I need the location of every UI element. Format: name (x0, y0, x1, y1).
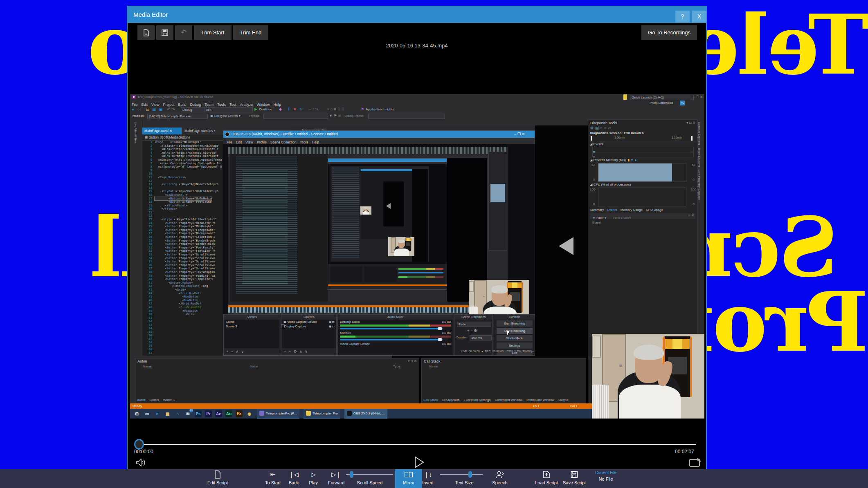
text-size-slider[interactable] (440, 474, 483, 475)
autos-tab[interactable]: Watch 1 (163, 398, 175, 402)
debug-config-dropdown[interactable]: Debug (181, 107, 205, 112)
app-insights-label[interactable]: Application Insights (366, 107, 394, 111)
diagnostics-tab[interactable]: Events (607, 208, 617, 212)
taskbar-app-icon[interactable]: ✉12 (184, 410, 191, 417)
taskbar-task-button[interactable]: OBS 25.0.8 (64-bit, ... (344, 409, 387, 419)
play-button[interactable] (414, 456, 425, 468)
live-property-explorer-tab[interactable]: Live Property Explorer (697, 170, 701, 200)
autos-tab[interactable]: Autos (137, 398, 145, 402)
taskbar-app-icon[interactable]: ⌂ (174, 410, 181, 417)
live-visual-tree-tab[interactable]: Live Visual Tree (134, 122, 137, 143)
scenes-header[interactable]: Scenes (224, 315, 280, 320)
stop-icon[interactable]: ■ (294, 107, 296, 111)
volume-slider-mic[interactable] (340, 339, 443, 340)
edit-script-button[interactable]: Edit Script (201, 469, 234, 488)
open-file-icon[interactable]: ▤ (146, 107, 149, 112)
vs-user-name[interactable]: Philip Littlewood (650, 101, 673, 105)
filter-events-input[interactable]: Filter Events (613, 216, 631, 220)
quick-launch-input[interactable]: Quick Launch (Ctrl+Q) (630, 95, 694, 100)
save-icon[interactable]: ▦ (152, 107, 156, 112)
new-file-button[interactable] (137, 25, 155, 40)
vs-process-toolbar[interactable]: Process: [14612] TeleprompterPro.exe ▣ L… (132, 113, 704, 119)
trim-start-button[interactable]: Trim Start (194, 25, 232, 40)
autos-tab[interactable]: Locals (149, 398, 159, 402)
diagnostics-timeline-ruler[interactable]: 1:00min 1:10min (590, 136, 695, 141)
taskbar-app-icon[interactable]: ◉ (246, 410, 253, 417)
thread-dropdown[interactable] (263, 114, 328, 119)
vs-window-controls[interactable]: ─ ❐ ✕ (693, 95, 703, 99)
title-bar[interactable]: Media Editor ? X (128, 7, 706, 23)
taskbar-app-icon[interactable]: e (154, 410, 161, 417)
taskbar-app-icon[interactable]: ▩ (164, 410, 171, 417)
volume-slider-desktop[interactable] (340, 328, 443, 329)
controls-header[interactable]: Controls (494, 315, 535, 320)
scene-item[interactable]: Scene (224, 320, 279, 324)
nav-back-icon[interactable]: ● (132, 107, 134, 112)
editor-icons[interactable]: ⌗ ⌂ ▮ ▯ ▯ (327, 107, 344, 112)
save-all-icon[interactable]: ▣ (159, 107, 162, 112)
call-stack-tab[interactable]: Exception Settings (463, 398, 490, 402)
taskbar-app-icon[interactable]: ⊞ (133, 410, 140, 417)
call-stack-col-name[interactable]: Name (429, 365, 438, 368)
text-size-control[interactable]: Text Size (446, 469, 483, 488)
obs-preview-canvas[interactable] (223, 144, 535, 314)
app-insights-icon[interactable]: ⚑ (361, 107, 364, 111)
taskbar-app-icon[interactable]: Ae (215, 410, 222, 417)
taskbar-task-button[interactable]: Teleprompter Pro (304, 409, 340, 419)
diagnostics-toolbar-icons[interactable]: ⚙▤○○▱ (590, 126, 612, 130)
volume-button[interactable] (136, 458, 146, 468)
sources-header[interactable]: Sources (281, 315, 336, 320)
start-recording-button[interactable]: Start Recording (497, 328, 533, 334)
to-start-button[interactable]: ⇤ To Start (258, 469, 288, 488)
cpu-section-header[interactable]: ◢ CPU (% of all processors) (590, 183, 631, 186)
call-stack-tab[interactable]: Output (558, 398, 568, 402)
sources-list[interactable]: ▣ Video Capture Device◉ ◘ ⃞ Display Capt… (282, 320, 336, 348)
flag-filter-icons[interactable]: ▼ ⚑ ≋ (329, 114, 341, 118)
team-explorer-tab[interactable]: Team Explorer (697, 148, 701, 167)
seek-bar-track[interactable] (140, 444, 696, 445)
process-dropdown[interactable]: [14612] TeleprompterPro.exe (147, 114, 208, 119)
transitions-header[interactable]: Scene Transitions (454, 315, 492, 320)
transition-select[interactable]: Fade (457, 322, 491, 327)
obs-window-controls[interactable]: ─ ❐ ✕ (514, 132, 525, 136)
continue-label[interactable]: Continue (259, 107, 272, 111)
filter-icon[interactable]: ▼ Filter ▾ (592, 216, 606, 220)
autos-col-value[interactable]: Value (250, 365, 258, 368)
vs-debug-toolbar[interactable]: ● ○ ▤ ▦ ▣ ↶ ↷ Debug x64 ▶ Continue ◆ ‖ ■… (132, 106, 704, 113)
scroll-speed-slider[interactable] (346, 474, 393, 475)
step-icons[interactable]: → ↑ ↷ (308, 107, 318, 111)
taskbar-app-icon[interactable]: Au (225, 410, 232, 417)
call-stack-tab[interactable]: Immediate Window (526, 398, 554, 402)
taskbar-app-icon[interactable]: ▭ (144, 410, 151, 417)
restart-icon[interactable]: ↻ (299, 107, 303, 111)
pause-icon[interactable]: ‖ (288, 107, 290, 111)
speech-button[interactable]: Speech (486, 469, 514, 488)
audio-mixer-header[interactable]: Audio Mixer (338, 315, 453, 320)
tab-mainpage-xaml[interactable]: MainPage.xaml ✕ (142, 128, 182, 134)
lifecycle-dropdown[interactable]: ▣ Lifecycle Events ▾ (210, 114, 241, 118)
memory-section-header[interactable]: ◢ Process Memory (MB) ▮ ▼ ● (590, 158, 636, 162)
autos-panel-controls[interactable]: ▾ ⊟ ✕ (408, 359, 417, 363)
filter-search-icon[interactable]: ○· ▾ (688, 213, 694, 217)
transition-tools[interactable]: +−⚙ (467, 329, 479, 333)
vs-user-avatar[interactable]: PL (680, 101, 685, 105)
play-script-button[interactable]: ▷ Play (304, 469, 322, 488)
call-stack-tab[interactable]: Command Window (495, 398, 523, 402)
diagnostics-tab[interactable]: Summary (590, 208, 604, 212)
autos-col-type[interactable]: Type (393, 365, 400, 368)
settings-button[interactable]: Settings (497, 342, 533, 349)
taskbar-app-icon[interactable]: Pr (205, 410, 212, 417)
video-preview[interactable]: ◆ TeleprompterPro (Running) - Microsoft … (130, 94, 704, 419)
undo-icon[interactable]: ↶ ↷ (167, 107, 175, 112)
taskbar-task-button[interactable]: TeleprompterPro (R... (257, 409, 299, 419)
autos-col-name[interactable]: Name (143, 365, 151, 368)
diagnostics-tab[interactable]: CPU Usage (646, 208, 663, 212)
scroll-speed-control[interactable]: Scroll Speed (351, 469, 389, 488)
call-stack-tab[interactable]: Call Stack (423, 398, 438, 402)
timeline-marker-right[interactable] (691, 136, 693, 141)
solution-explorer-tab[interactable]: Solution Explorer (697, 122, 701, 145)
diagnostics-panel-controls[interactable]: ▾ ⊟ ✕ (686, 121, 695, 125)
source-item[interactable]: ⃞ Display Capture◉ ◘ (282, 324, 336, 329)
sources-toolbar[interactable]: + − ⚙ ∧ ∨ (282, 348, 336, 355)
diagnostics-tab[interactable]: Memory Usage (621, 208, 643, 212)
